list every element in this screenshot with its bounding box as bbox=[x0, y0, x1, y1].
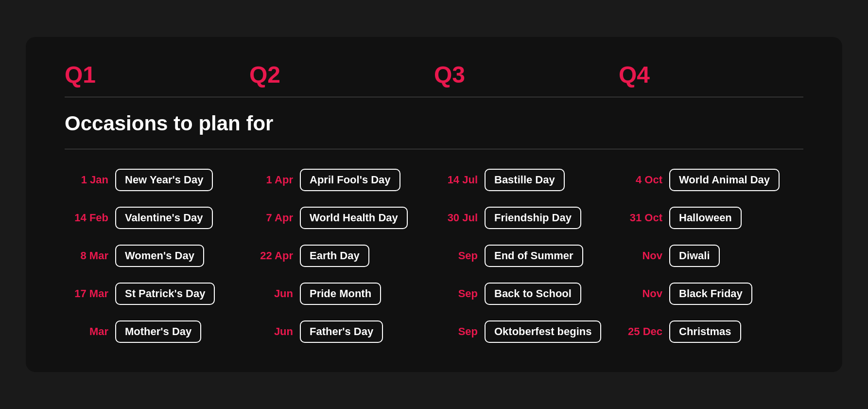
occasion-badge: End of Summer bbox=[485, 245, 583, 267]
list-item: SepEnd of Summer bbox=[434, 245, 619, 267]
main-card: Q1Q2Q3Q4 Occasions to plan for 1 JanNew … bbox=[26, 37, 842, 372]
occasion-date: 30 Jul bbox=[434, 212, 478, 224]
list-item: 7 AprWorld Health Day bbox=[249, 207, 434, 229]
occasion-date: Sep bbox=[434, 287, 478, 300]
list-item: 14 JulBastille Day bbox=[434, 169, 619, 191]
occasion-badge: New Year's Day bbox=[115, 169, 213, 191]
quarter-label-q1: Q1 bbox=[65, 61, 249, 88]
list-item: 14 FebValentine's Day bbox=[65, 207, 249, 229]
quarters-row: Q1Q2Q3Q4 bbox=[65, 61, 803, 88]
list-item: 1 JanNew Year's Day bbox=[65, 169, 249, 191]
list-item: 8 MarWomen's Day bbox=[65, 245, 249, 267]
quarter-col-q3: 14 JulBastille Day30 JulFriendship DaySe… bbox=[434, 169, 619, 343]
occasion-date: 14 Feb bbox=[65, 212, 108, 224]
occasion-date: 4 Oct bbox=[619, 174, 662, 186]
list-item: NovBlack Friday bbox=[619, 283, 803, 305]
occasion-badge: Oktoberfest begins bbox=[485, 320, 601, 343]
occasion-badge: St Patrick's Day bbox=[115, 283, 215, 305]
divider-top bbox=[65, 97, 803, 97]
list-item: 1 AprApril Fool's Day bbox=[249, 169, 434, 191]
occasion-badge: Earth Day bbox=[300, 245, 369, 267]
occasion-badge: World Health Day bbox=[300, 207, 408, 229]
occasion-badge: Diwali bbox=[669, 245, 720, 267]
occasion-date: Mar bbox=[65, 325, 108, 338]
occasion-badge: Mother's Day bbox=[115, 320, 201, 343]
occasion-badge: Pride Month bbox=[300, 283, 381, 305]
quarter-label-q3: Q3 bbox=[434, 61, 619, 88]
list-item: 22 AprEarth Day bbox=[249, 245, 434, 267]
occasion-badge: Back to School bbox=[485, 283, 581, 305]
quarter-col-q1: 1 JanNew Year's Day14 FebValentine's Day… bbox=[65, 169, 249, 343]
occasion-badge: World Animal Day bbox=[669, 169, 780, 191]
occasion-badge: Friendship Day bbox=[485, 207, 581, 229]
occasion-badge: Valentine's Day bbox=[115, 207, 213, 229]
occasion-date: Nov bbox=[619, 287, 662, 300]
occasion-date: Jun bbox=[249, 287, 293, 300]
list-item: SepOktoberfest begins bbox=[434, 320, 619, 343]
list-item: 31 OctHalloween bbox=[619, 207, 803, 229]
quarter-col-q2: 1 AprApril Fool's Day7 AprWorld Health D… bbox=[249, 169, 434, 343]
occasion-date: 8 Mar bbox=[65, 249, 108, 262]
list-item: 30 JulFriendship Day bbox=[434, 207, 619, 229]
quarter-label-q2: Q2 bbox=[249, 61, 434, 88]
occasion-date: Sep bbox=[434, 325, 478, 338]
occasion-date: 7 Apr bbox=[249, 212, 293, 224]
divider-bottom bbox=[65, 149, 803, 149]
occasion-date: 14 Jul bbox=[434, 174, 478, 186]
occasion-badge: Black Friday bbox=[669, 283, 752, 305]
occasion-badge: Father's Day bbox=[300, 320, 383, 343]
occasion-badge: Women's Day bbox=[115, 245, 204, 267]
list-item: JunPride Month bbox=[249, 283, 434, 305]
list-item: JunFather's Day bbox=[249, 320, 434, 343]
occasion-date: 31 Oct bbox=[619, 212, 662, 224]
occasion-date: Jun bbox=[249, 325, 293, 338]
list-item: 17 MarSt Patrick's Day bbox=[65, 283, 249, 305]
occasion-date: Nov bbox=[619, 249, 662, 262]
list-item: MarMother's Day bbox=[65, 320, 249, 343]
occasion-date: 1 Apr bbox=[249, 174, 293, 186]
quarter-label-q4: Q4 bbox=[619, 61, 803, 88]
occasions-grid: 1 JanNew Year's Day14 FebValentine's Day… bbox=[65, 169, 803, 343]
occasion-badge: Bastille Day bbox=[485, 169, 565, 191]
quarter-col-q4: 4 OctWorld Animal Day31 OctHalloweenNovD… bbox=[619, 169, 803, 343]
list-item: 4 OctWorld Animal Day bbox=[619, 169, 803, 191]
list-item: SepBack to School bbox=[434, 283, 619, 305]
occasion-badge: Halloween bbox=[669, 207, 742, 229]
list-item: 25 DecChristmas bbox=[619, 320, 803, 343]
occasion-date: 25 Dec bbox=[619, 325, 662, 338]
list-item: NovDiwali bbox=[619, 245, 803, 267]
occasion-date: 22 Apr bbox=[249, 249, 293, 262]
occasion-date: Sep bbox=[434, 249, 478, 262]
occasion-date: 17 Mar bbox=[65, 287, 108, 300]
occasion-date: 1 Jan bbox=[65, 174, 108, 186]
section-title: Occasions to plan for bbox=[65, 112, 803, 135]
occasion-badge: April Fool's Day bbox=[300, 169, 400, 191]
occasion-badge: Christmas bbox=[669, 320, 741, 343]
